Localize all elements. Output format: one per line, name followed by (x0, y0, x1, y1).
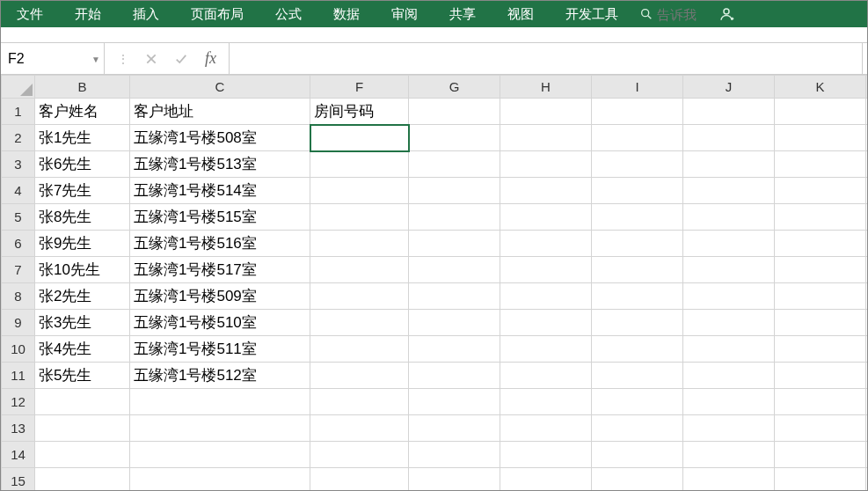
cell-B2[interactable]: 张1先生 (35, 125, 130, 151)
cell-I6[interactable] (592, 231, 683, 257)
cell-F3[interactable] (310, 151, 409, 178)
insert-function-icon[interactable]: fx (205, 49, 216, 68)
col-header-I[interactable]: I (592, 76, 683, 99)
menu-data[interactable]: 数据 (317, 1, 376, 27)
cell-J1[interactable] (683, 99, 775, 125)
row-header-15[interactable]: 15 (2, 468, 35, 492)
cell-H14[interactable] (500, 442, 592, 468)
cell-K5[interactable] (775, 204, 866, 231)
cell-B11[interactable]: 张5先生 (35, 363, 130, 389)
cell-I4[interactable] (592, 178, 683, 204)
cell-B6[interactable]: 张9先生 (35, 231, 130, 257)
col-header-J[interactable]: J (683, 76, 775, 99)
row-header-4[interactable]: 4 (2, 178, 35, 204)
menu-share[interactable]: 共享 (434, 1, 492, 27)
cell-F6[interactable] (310, 231, 409, 257)
cell-F12[interactable] (310, 389, 409, 415)
cell-K14[interactable] (775, 442, 866, 468)
cell-G3[interactable] (409, 151, 500, 178)
row-header-11[interactable]: 11 (2, 363, 35, 389)
cell-G8[interactable] (409, 283, 500, 310)
select-all-corner[interactable] (2, 76, 35, 99)
row-header-13[interactable]: 13 (2, 415, 35, 442)
cancel-icon[interactable] (145, 53, 157, 65)
row-header-5[interactable]: 5 (2, 204, 35, 231)
grid[interactable]: B C F G H I J K 1客户姓名客户地址房间号码2张1先生五缘湾1号楼… (1, 75, 868, 491)
cell-F13[interactable] (310, 415, 409, 442)
cell-G14[interactable] (409, 442, 500, 468)
cell-J4[interactable] (683, 178, 775, 204)
row-header-10[interactable]: 10 (2, 336, 35, 363)
cell-H6[interactable] (500, 231, 592, 257)
cell-J12[interactable] (683, 389, 775, 415)
col-header-G[interactable]: G (409, 76, 500, 99)
cell-H10[interactable] (500, 336, 592, 363)
cell-C1[interactable]: 客户地址 (130, 99, 310, 125)
cell-J3[interactable] (683, 151, 775, 178)
row-header-6[interactable]: 6 (2, 231, 35, 257)
cell-K10[interactable] (775, 336, 866, 363)
cell-I2[interactable] (592, 125, 683, 151)
cell-I12[interactable] (592, 389, 683, 415)
cell-B7[interactable]: 张10先生 (35, 257, 130, 283)
col-header-K[interactable]: K (775, 76, 866, 99)
cell-I9[interactable] (592, 310, 683, 336)
cell-C10[interactable]: 五缘湾1号楼511室 (130, 336, 310, 363)
name-box-input[interactable] (1, 43, 104, 74)
cell-C2[interactable]: 五缘湾1号楼508室 (130, 125, 310, 151)
cell-F2[interactable] (310, 125, 409, 151)
cell-H8[interactable] (500, 283, 592, 310)
cell-H13[interactable] (500, 415, 592, 442)
menu-review[interactable]: 审阅 (376, 1, 434, 27)
cell-C11[interactable]: 五缘湾1号楼512室 (130, 363, 310, 389)
cell-C4[interactable]: 五缘湾1号楼514室 (130, 178, 310, 204)
cell-J15[interactable] (683, 468, 775, 492)
cell-F14[interactable] (310, 442, 409, 468)
menu-file[interactable]: 文件 (4, 1, 59, 27)
cell-F11[interactable] (310, 363, 409, 389)
cell-H15[interactable] (500, 468, 592, 492)
cell-K13[interactable] (775, 415, 866, 442)
cell-K9[interactable] (775, 310, 866, 336)
cell-J9[interactable] (683, 310, 775, 336)
cell-K2[interactable] (775, 125, 866, 151)
cell-H3[interactable] (500, 151, 592, 178)
row-header-2[interactable]: 2 (2, 125, 35, 151)
cell-G5[interactable] (409, 204, 500, 231)
formula-bar-expand[interactable] (862, 43, 867, 74)
cell-G6[interactable] (409, 231, 500, 257)
cell-G4[interactable] (409, 178, 500, 204)
cell-K15[interactable] (775, 468, 866, 492)
cell-B15[interactable] (35, 468, 130, 492)
cell-K8[interactable] (775, 283, 866, 310)
cell-J14[interactable] (683, 442, 775, 468)
col-header-H[interactable]: H (500, 76, 592, 99)
account-icon[interactable] (710, 6, 743, 22)
tell-me-input[interactable] (657, 7, 710, 22)
row-header-1[interactable]: 1 (2, 99, 35, 125)
worksheet[interactable]: B C F G H I J K 1客户姓名客户地址房间号码2张1先生五缘湾1号楼… (1, 75, 867, 491)
cell-J6[interactable] (683, 231, 775, 257)
cell-H12[interactable] (500, 389, 592, 415)
col-header-B[interactable]: B (35, 76, 130, 99)
cell-H9[interactable] (500, 310, 592, 336)
cell-I10[interactable] (592, 336, 683, 363)
cell-K1[interactable] (775, 99, 866, 125)
cell-I8[interactable] (592, 283, 683, 310)
cell-G10[interactable] (409, 336, 500, 363)
cell-B5[interactable]: 张8先生 (35, 204, 130, 231)
cell-I3[interactable] (592, 151, 683, 178)
cell-F7[interactable] (310, 257, 409, 283)
cell-G12[interactable] (409, 389, 500, 415)
row-header-12[interactable]: 12 (2, 389, 35, 415)
cell-I7[interactable] (592, 257, 683, 283)
formula-options-icon[interactable]: ⋮ (117, 52, 129, 66)
cell-G11[interactable] (409, 363, 500, 389)
cell-F5[interactable] (310, 204, 409, 231)
cell-F1[interactable]: 房间号码 (310, 99, 409, 125)
cell-G13[interactable] (409, 415, 500, 442)
tell-me-search[interactable] (634, 7, 710, 22)
cell-H5[interactable] (500, 204, 592, 231)
cell-H1[interactable] (500, 99, 592, 125)
menu-view[interactable]: 视图 (492, 1, 550, 27)
